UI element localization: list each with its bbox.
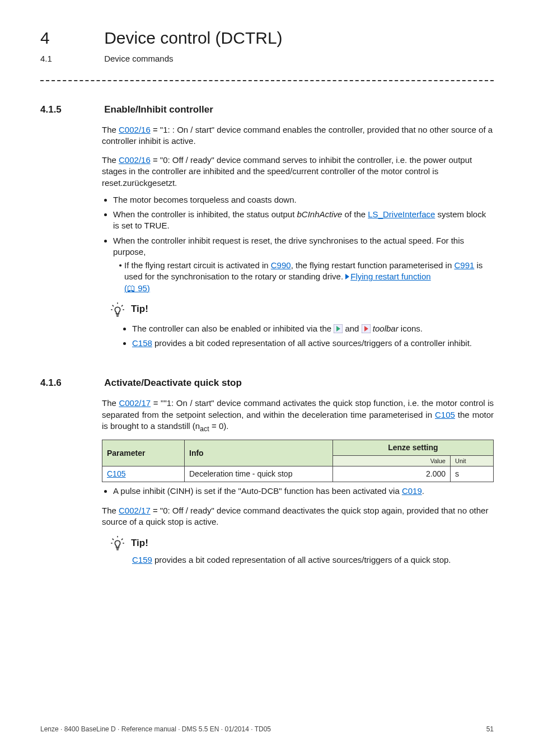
link-c159[interactable]: C159 <box>132 555 152 564</box>
lightbulb-icon <box>110 302 125 318</box>
section-title: Enable/Inhibit controller <box>104 104 213 115</box>
text: When the controller is inhibited, the st… <box>113 209 297 219</box>
text: The controller can also be enabled or in… <box>132 324 334 333</box>
link-c105-cell[interactable]: C105 <box>107 469 125 478</box>
link-c019[interactable]: C019 <box>402 486 422 496</box>
subchapter-row: 4.1 Device commands <box>40 53 494 64</box>
subchapter-number: 4.1 <box>40 53 102 64</box>
chapter-row: 4 Device control (DCTRL) <box>40 27 494 50</box>
list-item: When the controller is inhibited, the st… <box>113 209 494 232</box>
link-flying-restart[interactable]: Flying restart function <box>350 272 430 281</box>
text: The <box>102 125 119 134</box>
text: = "1: : On / start" device command enabl… <box>102 125 493 146</box>
divider <box>40 80 494 81</box>
th-lenze: Lenze setting <box>332 440 493 455</box>
th-unit: Unit <box>451 455 494 466</box>
text: . <box>422 486 424 496</box>
cell-unit: s <box>451 466 494 482</box>
th-parameter: Parameter <box>102 440 185 466</box>
paragraph: The C002/16 = "0: Off / ready" device co… <box>102 155 494 189</box>
section-number: 4.1.6 <box>40 377 102 390</box>
text: of the <box>342 209 368 219</box>
text: The <box>102 506 119 515</box>
tip-block: Tip! The controller can also be enabled … <box>102 302 494 349</box>
link-c990[interactable]: C990 <box>271 260 291 270</box>
text: = "0: Off / ready" device command serves… <box>102 155 472 188</box>
bullet-list: The motor becomes torqueless and coasts … <box>102 194 494 294</box>
svg-line-1 <box>113 305 114 306</box>
chapter-title: Device control (DCTRL) <box>104 27 282 50</box>
section-title: Activate/Deactivate quick stop <box>104 377 242 388</box>
text: A pulse inhibit (CINH) is set if the "Au… <box>113 486 402 496</box>
th-value: Value <box>332 455 450 466</box>
sub-bullet-list: If the flying restart circuit is activat… <box>113 260 494 294</box>
link-page-95[interactable]: (🕮 95) <box>124 283 150 293</box>
enable-icon <box>334 324 343 333</box>
arrow-icon <box>345 274 349 279</box>
link-ls-driveinterface[interactable]: LS_DriveInterface <box>368 209 435 219</box>
list-item: A pulse inhibit (CINH) is set if the "Au… <box>113 486 494 497</box>
text: = "0: Off / ready" device command deacti… <box>102 506 488 526</box>
inhibit-icon <box>362 324 371 333</box>
svg-line-2 <box>121 305 123 306</box>
list-item: The motor becomes torqueless and coasts … <box>113 194 494 206</box>
table-row: C105 Deceleration time - quick stop 2.00… <box>102 466 494 482</box>
cell-value: 2.000 <box>332 466 450 482</box>
text: , the flying restart function parameteri… <box>291 260 455 270</box>
text: The <box>102 155 119 165</box>
text: When the controller inhibit request is r… <box>113 236 464 256</box>
text: = 0). <box>209 421 229 431</box>
cell-info: Deceleration time - quick stop <box>185 466 333 482</box>
footer-left: Lenze · 8400 BaseLine D · Reference manu… <box>40 725 271 734</box>
note-list: A pulse inhibit (CINH) is set if the "Au… <box>102 486 494 497</box>
paragraph: The C002/16 = "1: : On / start" device c… <box>102 124 494 147</box>
lightbulb-icon <box>110 535 125 551</box>
list-item: C158 provides a bit coded representation… <box>132 338 494 349</box>
tip-text: C159 provides a bit coded representation… <box>132 554 494 566</box>
link-c105[interactable]: C105 <box>435 410 455 419</box>
list-item: If the flying restart circuit is activat… <box>124 260 494 294</box>
section-number: 4.1.5 <box>40 104 102 116</box>
tip-block: Tip! C159 provides a bit coded represent… <box>102 535 494 566</box>
svg-line-10 <box>113 539 114 540</box>
footer-page-number: 51 <box>486 725 494 734</box>
section-416: 4.1.6 Activate/Deactivate quick stop The… <box>40 377 494 566</box>
paragraph: The C002/17 = "0: Off / ready" device co… <box>102 505 494 528</box>
tip-label: Tip! <box>131 537 148 550</box>
text-italic: bCInhActive <box>297 209 343 219</box>
tip-label: Tip! <box>131 303 148 316</box>
paragraph: The C002/17 = ""1: On / start" device co… <box>102 398 494 433</box>
section-415: 4.1.5 Enable/Inhibit controller The C002… <box>40 104 494 349</box>
text-italic: toolbar <box>373 324 399 333</box>
th-info: Info <box>185 440 333 466</box>
subchapter-title: Device commands <box>104 54 173 63</box>
svg-line-11 <box>121 539 123 540</box>
parameter-table: Parameter Info Lenze setting Value Unit … <box>102 440 494 483</box>
link-c002-17[interactable]: C002/17 <box>119 506 151 515</box>
link-c158[interactable]: C158 <box>132 338 152 348</box>
text: The <box>102 398 119 408</box>
text: icons. <box>399 324 423 333</box>
link-c002-16[interactable]: C002/16 <box>119 125 151 134</box>
list-item: When the controller inhibit request is r… <box>113 235 494 294</box>
text: and <box>345 324 361 333</box>
text: If the flying restart circuit is activat… <box>124 260 271 270</box>
text: The motor becomes torqueless and coasts … <box>113 195 297 204</box>
text: provides a bit coded representation of a… <box>152 338 472 348</box>
text: provides a bit coded representation of a… <box>152 555 451 564</box>
chapter-number: 4 <box>40 27 102 50</box>
list-item: The controller can also be enabled or in… <box>132 323 494 334</box>
link-c991[interactable]: C991 <box>454 260 474 270</box>
link-c002-16[interactable]: C002/16 <box>119 155 151 165</box>
tip-list: The controller can also be enabled or in… <box>121 323 494 349</box>
link-c002-17[interactable]: C002/17 <box>119 398 151 408</box>
page-footer: Lenze · 8400 BaseLine D · Reference manu… <box>40 725 494 734</box>
subscript: act <box>200 425 209 433</box>
